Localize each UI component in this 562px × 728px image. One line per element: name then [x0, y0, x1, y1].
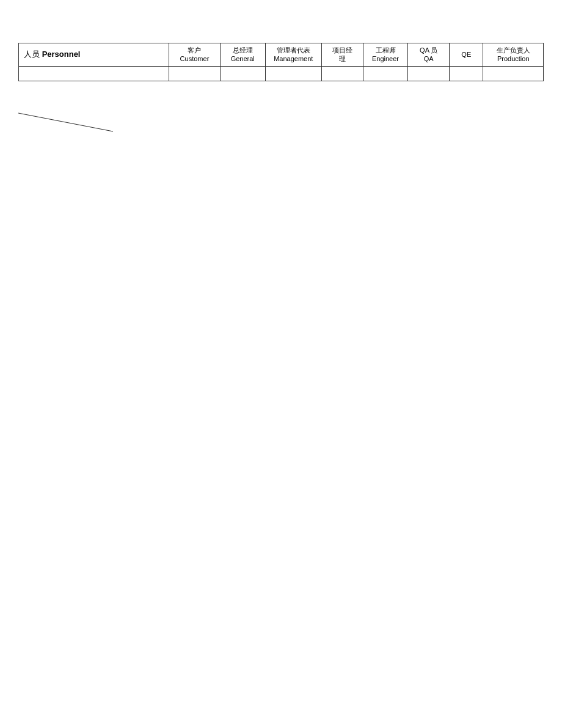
col-en-qa: QA: [410, 54, 447, 63]
col-en-general: General: [222, 54, 263, 63]
col-label-qe: QE: [451, 50, 481, 59]
column-header-general: 总经理 General: [220, 43, 265, 67]
col-en-engineer: Engineer: [365, 54, 406, 63]
column-header-qe: QE: [450, 43, 483, 67]
col-cn-management: 管理者代表: [268, 46, 319, 54]
col-en-management: Management: [268, 54, 319, 63]
column-header-production: 生产负责人 Production: [483, 43, 544, 67]
column-header-customer: 客户 Customer: [169, 43, 221, 67]
col-en-production: Production: [485, 54, 541, 63]
col-en-customer: Customer: [171, 54, 218, 63]
personnel-header: 人员 Personnel: [19, 43, 169, 67]
col-cn-qa: QA 员: [410, 46, 447, 54]
col-cn-pm: 项目经理: [324, 46, 361, 64]
column-header-qa: QA 员 QA: [408, 43, 450, 67]
page-container: 人员 Personnel 客户 Customer 总经理 General 管理者…: [0, 0, 562, 728]
table-wrapper: 人员 Personnel 客户 Customer 总经理 General 管理者…: [18, 43, 544, 81]
col-cn-engineer: 工程师: [365, 46, 406, 54]
column-header-engineer: 工程师 Engineer: [363, 43, 408, 67]
personnel-table: 人员 Personnel 客户 Customer 总经理 General 管理者…: [18, 43, 544, 81]
empty-row-1: [19, 66, 544, 81]
column-header-pm: 项目经理: [321, 43, 363, 67]
personnel-label-cn: 人员: [24, 50, 40, 59]
diagonal-line-overlay: [0, 0, 562, 183]
col-cn-customer: 客户: [171, 46, 218, 54]
empty-cell: [19, 66, 169, 81]
col-cn-production: 生产负责人: [485, 46, 541, 54]
column-header-management: 管理者代表 Management: [265, 43, 321, 67]
col-cn-general: 总经理: [222, 46, 263, 54]
svg-line-0: [18, 113, 113, 131]
personnel-label-en: Personnel: [42, 50, 81, 59]
header-row: 人员 Personnel 客户 Customer 总经理 General 管理者…: [19, 43, 544, 67]
